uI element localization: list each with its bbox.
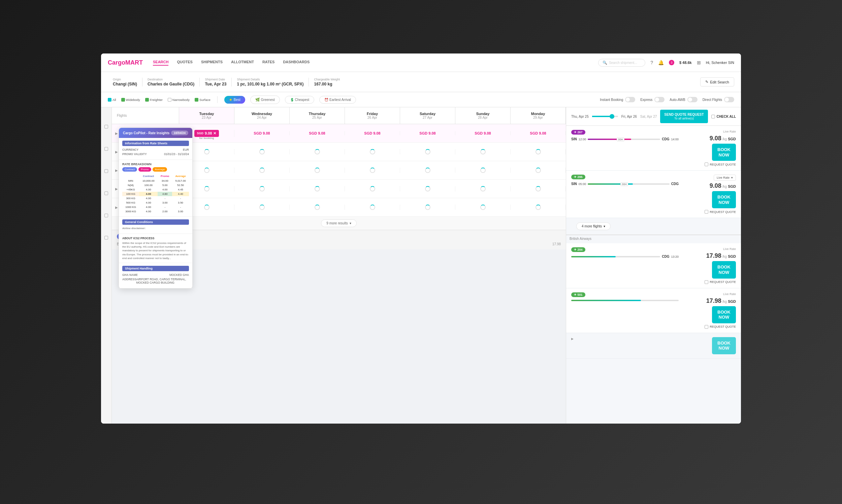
price-0-6[interactable]: SGD 9.08 — [511, 131, 566, 135]
live-rate-box-1[interactable]: Live Rate ▾ — [714, 175, 736, 181]
flight-card-4: ▶ BOOKNOW — [566, 333, 741, 359]
average-button[interactable]: Average — [153, 167, 167, 172]
check-all-checkbox[interactable] — [711, 115, 715, 119]
close-icon[interactable]: ✕ — [213, 131, 216, 136]
filter-freighter[interactable]: Freighter — [145, 98, 163, 102]
request-quote-1[interactable]: REQUEST QUOTE — [705, 210, 736, 214]
all-checkbox[interactable] — [108, 98, 111, 102]
freighter-checkbox[interactable] — [145, 98, 149, 102]
row-checkbox-3[interactable] — [104, 169, 108, 173]
grid-icon[interactable]: ⊞ — [697, 60, 701, 65]
book-now-button-2[interactable]: BOOKNOW — [712, 261, 736, 278]
copilot-date[interactable]: 16/04/24 — [171, 130, 188, 135]
sort-earliest-button[interactable]: ⏰ Earliest Arrival — [319, 96, 356, 104]
date-col-3: Friday 26 Apr — [345, 107, 400, 124]
widebody-checkbox[interactable] — [121, 98, 125, 102]
edit-search-button[interactable]: ✎ Edit Search — [700, 77, 734, 87]
request-quote-checkbox-0[interactable] — [705, 162, 708, 166]
arrive-time-0: 14:00 — [671, 138, 678, 141]
filter-narrowbody[interactable]: Narrowbody — [168, 98, 190, 102]
price-0-5[interactable]: SGD 9.08 — [456, 131, 511, 135]
book-now-button-1[interactable]: BOOKNOW — [712, 191, 736, 208]
nav-allotment[interactable]: ALLOTMENT — [231, 60, 254, 66]
highlighted-price[interactable]: SGD 9.08 ✕ — [194, 130, 219, 137]
clock-icon: ⏰ — [324, 98, 328, 102]
price-4-5 — [456, 204, 511, 210]
send-quote-button[interactable]: SEND QUOTE REQUEST To all airline(s) — [660, 110, 708, 124]
book-now-button-0[interactable]: BOOKNOW — [712, 144, 736, 161]
copilot-title: Cargo CoPilot - Rate Insights — [123, 131, 169, 135]
row-checkbox-1[interactable] — [104, 125, 108, 128]
row-checkbox-6[interactable] — [104, 236, 108, 239]
filter-all[interactable]: All — [108, 98, 116, 102]
price-3-4 — [400, 186, 456, 192]
nav-dashboards[interactable]: DASHBOARDS — [283, 60, 310, 66]
date-slider[interactable] — [592, 116, 618, 117]
expand-icon-1[interactable]: ▶ — [115, 150, 118, 154]
sort-greenest-button[interactable]: 🌿 Greenest — [250, 95, 280, 104]
notifications-icon[interactable]: 🔔 — [658, 60, 664, 65]
details-label: Shipment Details — [237, 78, 304, 81]
row-checkbox-4[interactable] — [104, 192, 108, 195]
sort-cheapest-button[interactable]: 💲 Cheapest — [285, 96, 314, 104]
flight-route-3: ✈ 501 — [571, 292, 678, 329]
express-switch[interactable] — [654, 97, 665, 102]
price-0-4[interactable]: SGD 9.08 — [400, 131, 456, 135]
contract-button[interactable]: Contract — [122, 167, 137, 172]
expand-icon-2[interactable]: ▶ — [115, 168, 118, 172]
book-now-button-4[interactable]: BOOKNOW — [712, 337, 736, 354]
rate-unit-3: /kg — [722, 300, 727, 304]
nav-quotes[interactable]: QUOTES — [177, 60, 192, 66]
promo-button[interactable]: Promo — [138, 167, 151, 172]
date-from: Thu, Apr 25 — [571, 115, 589, 119]
price-0-2[interactable]: SGD 9.08 — [290, 131, 345, 135]
express-toggle[interactable]: Express — [640, 97, 665, 102]
more-results-button[interactable]: 9 more results ▾ — [321, 219, 356, 227]
shipment-handling-section: Shipment Handling GHA NAME MOCKED GHA AD… — [119, 263, 192, 288]
request-quote-checkbox-2[interactable] — [705, 280, 708, 284]
star-icon: ★ — [229, 97, 233, 102]
instant-booking-switch[interactable] — [625, 97, 635, 102]
more-flights-button[interactable]: 4 more flights ▾ — [576, 222, 611, 230]
expand-icon-4[interactable]: ▶ — [115, 205, 118, 209]
origin-field: Origin Changi (SIN) — [108, 78, 142, 87]
narrowbody-checkbox[interactable] — [168, 98, 171, 102]
direct-flights-toggle[interactable]: Direct Flights — [703, 97, 734, 102]
request-quote-3[interactable]: REQUEST QUOTE — [705, 325, 736, 329]
nav-shipments[interactable]: SHIPMENTS — [201, 60, 223, 66]
nav-search[interactable]: SEARCH — [153, 60, 168, 66]
instant-booking-toggle[interactable]: Instant Booking — [600, 97, 635, 102]
row-checkbox-2[interactable] — [104, 147, 108, 151]
surface-checkbox[interactable] — [195, 98, 199, 102]
sort-best-button[interactable]: ★ Best — [224, 96, 245, 104]
request-quote-0[interactable]: REQUEST QUOTE — [705, 162, 736, 166]
price-2-6 — [511, 167, 566, 173]
search-box[interactable]: 🔍 Search shipment... — [598, 59, 645, 67]
request-quote-2[interactable]: REQUEST QUOTE — [705, 280, 736, 284]
row-checkbox-5[interactable] — [104, 214, 108, 217]
breakdown-row-5: 500 KG 4.00 3.00 3.50 — [122, 200, 189, 205]
book-now-button-3[interactable]: BOOKNOW — [712, 306, 736, 323]
slider-thumb[interactable] — [609, 114, 614, 119]
price-0-3[interactable]: SGD 9.08 — [345, 131, 400, 135]
price-1-3 — [345, 149, 400, 155]
request-quote-checkbox-3[interactable] — [705, 325, 708, 329]
currency-0: SGD — [728, 137, 736, 141]
nav-rates[interactable]: RATES — [262, 60, 275, 66]
price-2-3 — [345, 167, 400, 173]
auto-awb-toggle[interactable]: Auto-AWB — [670, 97, 697, 102]
dest-code-2: CDG — [662, 255, 669, 258]
filter-surface[interactable]: Surface — [195, 98, 210, 102]
check-all-container[interactable]: CHECK ALL — [711, 115, 736, 119]
direct-flights-switch[interactable] — [724, 97, 734, 102]
expand-icon-0[interactable]: ▶ — [115, 131, 118, 135]
british-airways-section-label: British Airways — [569, 237, 738, 240]
filter-widebody[interactable]: Widebody — [121, 98, 140, 102]
price-0-1[interactable]: SGD 9.08 — [235, 131, 290, 135]
top-nav: CargoMART SEARCH QUOTES SHIPMENTS ALLOTM… — [101, 54, 741, 72]
request-quote-checkbox-1[interactable] — [705, 210, 708, 214]
flight-bar-1: 00H — [588, 183, 670, 185]
auto-awb-switch[interactable] — [687, 97, 698, 102]
expand-icon-3[interactable]: ▶ — [115, 187, 118, 191]
help-icon[interactable]: ? — [650, 60, 653, 65]
